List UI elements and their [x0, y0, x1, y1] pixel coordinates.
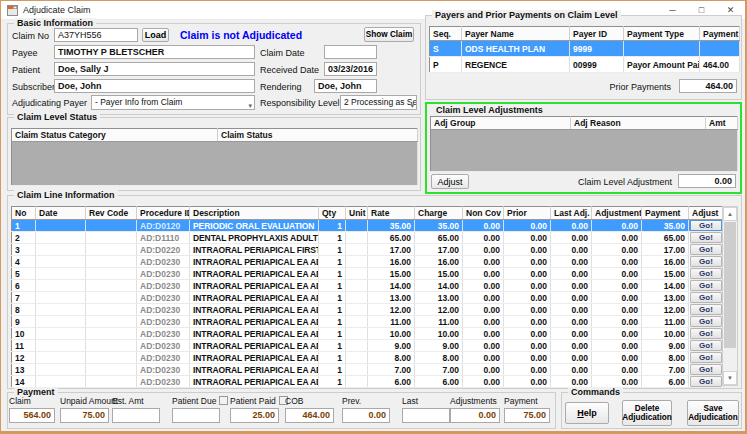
rendering-input[interactable]: Doe, John: [314, 79, 377, 93]
column-header[interactable]: Payer ID: [570, 27, 624, 41]
field-input[interactable]: 564.00: [9, 408, 55, 423]
column-header[interactable]: Adjust: [689, 207, 724, 220]
go-button[interactable]: Go!: [690, 268, 722, 279]
column-header[interactable]: Payment Type: [624, 27, 700, 41]
go-button[interactable]: Go!: [690, 376, 722, 387]
go-button[interactable]: Go!: [690, 280, 722, 291]
go-button[interactable]: Go!: [690, 256, 722, 267]
column-header[interactable]: Charge: [415, 207, 463, 220]
scroll-down-icon[interactable]: ▼: [723, 371, 737, 385]
column-header[interactable]: Description: [190, 207, 319, 220]
column-header[interactable]: Prior: [504, 207, 551, 220]
column-header[interactable]: Claim Status: [218, 129, 418, 142]
column-header[interactable]: Payment: [700, 27, 740, 41]
checkbox[interactable]: [219, 396, 228, 405]
subscriber-input[interactable]: Doe, John: [54, 79, 255, 93]
column-header[interactable]: Adj Reason: [571, 117, 706, 130]
column-header[interactable]: Amt: [706, 117, 738, 130]
payer-row[interactable]: PREGENCE00999Payor Amount Paid464.00: [430, 57, 740, 73]
go-button[interactable]: Go!: [690, 364, 722, 375]
claim-line-row[interactable]: 11AD:D0230INTRAORAL PERIAPICAL EA ADD19.…: [12, 340, 724, 352]
claim-line-row[interactable]: 10AD:D0230INTRAORAL PERIAPICAL EA ADD110…: [12, 328, 724, 340]
responsibility-level-dropdown[interactable]: 2 Processing as Seconc ▾: [340, 95, 417, 110]
claim-line-row[interactable]: 2AD:D1110DENTAL PROPHYLAXIS ADULT165.006…: [12, 232, 724, 244]
claim-line-row[interactable]: 12AD:D0230INTRAORAL PERIAPICAL EA ADD18.…: [12, 352, 724, 364]
group-title: Payers and Prior Payments on Claim Level: [432, 10, 621, 20]
vertical-scrollbar[interactable]: ▲ ▼: [722, 206, 738, 386]
field-input[interactable]: 0.00: [450, 408, 500, 423]
delete-adjudication-button[interactable]: Delete Adjudication: [622, 400, 672, 426]
adjudicating-payer-dropdown[interactable]: - Payer Info from Claim ▾: [91, 95, 255, 110]
go-button[interactable]: Go!: [690, 340, 722, 351]
group-title: Basic Information: [14, 18, 96, 28]
column-header[interactable]: Seq.: [430, 27, 462, 41]
go-button[interactable]: Go!: [690, 328, 722, 339]
column-header[interactable]: Last Adj.: [551, 207, 592, 220]
column-header[interactable]: Non Cov: [463, 207, 504, 220]
claim-no-label: Claim No: [12, 31, 49, 41]
field-input[interactable]: 75.00: [504, 408, 550, 423]
go-button[interactable]: Go!: [690, 352, 722, 363]
claim-level-adjustment-input[interactable]: 0.00: [678, 174, 736, 188]
column-header[interactable]: Claim Status Category: [12, 129, 218, 142]
column-header[interactable]: Payer Name: [462, 27, 570, 41]
field-input[interactable]: [112, 408, 160, 423]
column-header[interactable]: Adj Group: [431, 117, 571, 130]
column-header[interactable]: Rev Code: [86, 207, 137, 220]
rendering-label: Rendering: [260, 82, 302, 92]
go-button[interactable]: Go!: [690, 292, 722, 303]
go-button[interactable]: Go!: [690, 232, 722, 243]
claim-line-row[interactable]: 7AD:D0230INTRAORAL PERIAPICAL EA ADD113.…: [12, 292, 724, 304]
claim-line-row[interactable]: 6AD:D0230INTRAORAL PERIAPICAL EA ADD114.…: [12, 280, 724, 292]
received-date-input[interactable]: 03/23/2016: [324, 62, 377, 76]
claim-no-input[interactable]: A37YH556: [54, 28, 138, 42]
claim-line-row[interactable]: 3AD:D0220INTRAORAL PERIAPICAL FIRST F117…: [12, 244, 724, 256]
go-button[interactable]: Go!: [690, 220, 722, 231]
field-input[interactable]: 0.00: [342, 408, 390, 423]
field-input[interactable]: [172, 408, 220, 423]
field-label: Claim: [9, 396, 55, 406]
show-claim-button[interactable]: Show Claim: [364, 27, 414, 42]
payment-field-claim: Claim564.00: [9, 396, 55, 423]
column-header[interactable]: Rate: [368, 207, 415, 220]
claim-line-row[interactable]: 13AD:D0230INTRAORAL PERIAPICAL EA ADD17.…: [12, 364, 724, 376]
column-header[interactable]: Qty: [319, 207, 346, 220]
field-input[interactable]: [402, 408, 450, 423]
load-button[interactable]: Load: [142, 28, 169, 42]
group-title: Claim Level Adjustments: [433, 105, 546, 115]
prior-payments-input[interactable]: 464.00: [679, 79, 737, 93]
scroll-up-icon[interactable]: ▲: [723, 207, 737, 221]
claim-date-input[interactable]: [324, 45, 377, 59]
adjust-button[interactable]: Adjust: [431, 174, 469, 189]
claim-line-row[interactable]: 5AD:D0230INTRAORAL PERIAPICAL EA ADD115.…: [12, 268, 724, 280]
help-button[interactable]: Help: [565, 402, 609, 424]
claim-line-row[interactable]: 1AD:D0120PERIODIC ORAL EVALUATION135.003…: [12, 220, 724, 232]
claim-line-information-group: Claim Line Information NoDateRev CodePro…: [7, 195, 742, 389]
go-button[interactable]: Go!: [690, 244, 722, 255]
column-header[interactable]: Date: [36, 207, 86, 220]
claim-status-table: Claim Status Category Claim Status: [11, 128, 418, 186]
go-button[interactable]: Go!: [690, 304, 722, 315]
column-header[interactable]: Payment: [642, 207, 689, 220]
go-button[interactable]: Go!: [690, 316, 722, 327]
claim-lines-table-body: 1AD:D0120PERIODIC ORAL EVALUATION135.003…: [12, 220, 724, 388]
scrollbar-thumb[interactable]: [724, 222, 736, 348]
claim-line-row[interactable]: 4AD:D0230INTRAORAL PERIAPICAL EA ADD116.…: [12, 256, 724, 268]
column-header[interactable]: Procedure ID: [137, 207, 190, 220]
payment-field-cob: COB464.00: [285, 396, 334, 423]
help-label: elp: [584, 408, 597, 418]
patient-input[interactable]: Doe, Sally J: [54, 62, 255, 76]
column-header[interactable]: Adjustments: [592, 207, 642, 220]
claim-line-row[interactable]: 8AD:D0230INTRAORAL PERIAPICAL EA ADD112.…: [12, 304, 724, 316]
field-input[interactable]: 75.00: [60, 408, 109, 423]
field-input[interactable]: 464.00: [285, 408, 334, 423]
claim-line-row[interactable]: 9AD:D0230INTRAORAL PERIAPICAL EA ADD111.…: [12, 316, 724, 328]
field-input[interactable]: 25.00: [230, 408, 279, 423]
column-header[interactable]: No: [12, 207, 36, 220]
payer-row[interactable]: SODS HEALTH PLAN9999: [430, 41, 740, 57]
payee-input[interactable]: TIMOTHY P BLETSCHER: [54, 45, 255, 59]
column-header[interactable]: Unit: [346, 207, 368, 220]
save-adjudication-button[interactable]: Save Adjudication: [687, 400, 739, 426]
claim-lines-header-row: NoDateRev CodeProcedure IDDescriptionQty…: [12, 207, 724, 220]
claim-line-row[interactable]: 14AD:D0230INTRAORAL PERIAPICAL EA ADD16.…: [12, 376, 724, 388]
